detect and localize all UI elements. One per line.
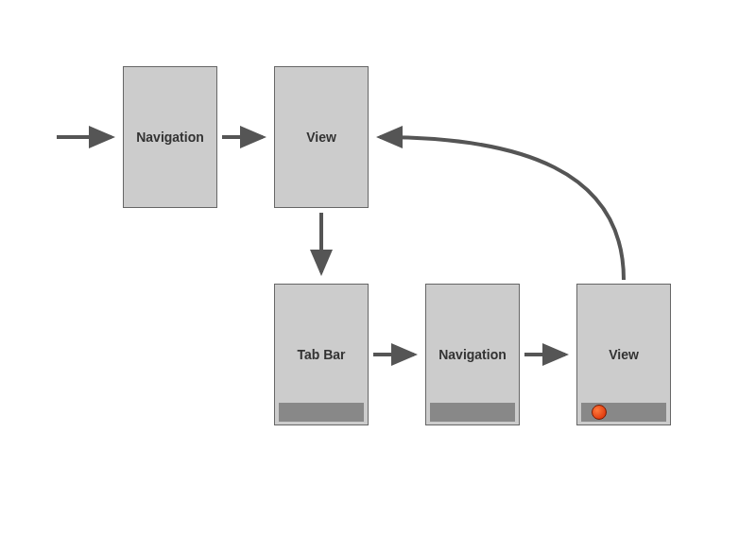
node-label: View — [306, 130, 336, 145]
node-label: Navigation — [136, 130, 204, 145]
tab-active-dot-icon — [592, 405, 607, 420]
node-label: View — [609, 347, 639, 362]
node-view-1: View — [274, 66, 369, 208]
tab-bar-strip — [581, 403, 666, 422]
node-tab-bar: Tab Bar — [274, 284, 369, 425]
tab-bar-strip — [430, 403, 515, 422]
node-view-2: View — [576, 284, 671, 425]
node-label: Tab Bar — [297, 347, 345, 362]
arrow-view2-back-to-view1 — [380, 137, 624, 280]
node-navigation-1: Navigation — [123, 66, 217, 208]
tab-bar-strip — [279, 403, 364, 422]
arrows-layer — [0, 0, 756, 537]
node-navigation-2: Navigation — [425, 284, 520, 425]
node-label: Navigation — [438, 347, 507, 362]
